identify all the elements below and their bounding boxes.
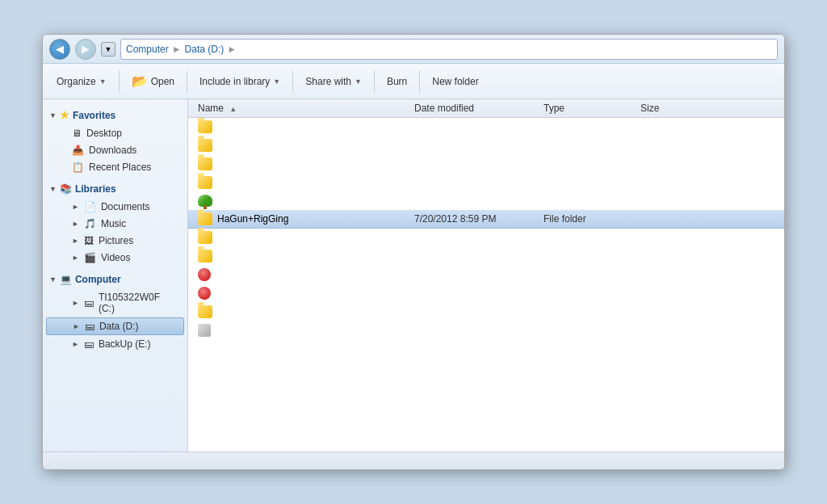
folder-icon bbox=[198, 250, 212, 262]
pictures-arrow: ► bbox=[72, 237, 79, 245]
status-bar bbox=[43, 452, 784, 469]
favorites-section[interactable]: ▼ ★ Favorites bbox=[43, 106, 187, 124]
libraries-label: Libraries bbox=[75, 183, 116, 195]
include-library-button[interactable]: Include in library ▼ bbox=[192, 72, 288, 91]
table-row[interactable] bbox=[188, 118, 784, 136]
folder-icon bbox=[198, 305, 212, 318]
include-library-label: Include in library bbox=[199, 76, 270, 87]
name-sort-arrow: ▲ bbox=[229, 105, 237, 113]
file-name bbox=[188, 250, 414, 262]
sidebar-item-pictures[interactable]: ► 🖼 Pictures bbox=[46, 233, 184, 249]
table-row[interactable] bbox=[188, 192, 784, 210]
drive-c-label: TI105322W0F (C:) bbox=[99, 292, 178, 314]
file-name bbox=[188, 231, 414, 244]
col-type[interactable]: Type bbox=[544, 103, 640, 114]
folder-icon bbox=[198, 212, 212, 225]
hagun-date: 7/20/2012 8:59 PM bbox=[414, 213, 544, 225]
sidebar-item-desktop[interactable]: 🖥 Desktop bbox=[46, 125, 184, 141]
organize-button[interactable]: Organize ▼ bbox=[49, 72, 114, 91]
sidebar-item-downloads[interactable]: 📥 Downloads bbox=[46, 142, 184, 158]
toolbar-sep1 bbox=[119, 70, 120, 93]
table-row[interactable] bbox=[188, 321, 784, 340]
folder-icon bbox=[198, 231, 212, 244]
toolbar-sep5 bbox=[419, 70, 420, 93]
organize-label: Organize bbox=[57, 76, 96, 87]
breadcrumb-sep1: ► bbox=[172, 44, 182, 55]
videos-label: Videos bbox=[101, 252, 130, 263]
computer-section[interactable]: ▼ 💻 Computer bbox=[43, 271, 187, 288]
column-headers: Name ▲ Date modified Type Size bbox=[188, 99, 784, 118]
table-row[interactable]: HaGun+RigGing 7/20/2012 8:59 PM File fol… bbox=[188, 210, 784, 229]
documents-label: Documents bbox=[101, 201, 150, 212]
content-area: Name ▲ Date modified Type Size bbox=[188, 99, 784, 452]
tree-icon bbox=[198, 195, 212, 207]
open-label: Open bbox=[151, 76, 174, 87]
computer-icon: 💻 bbox=[60, 274, 72, 285]
include-library-arrow: ▼ bbox=[273, 78, 280, 86]
file-name bbox=[188, 324, 414, 337]
toolbar-sep4 bbox=[374, 70, 375, 93]
libraries-arrow: ▼ bbox=[49, 185, 57, 193]
drive-e-label: BackUp (E:) bbox=[99, 338, 151, 350]
file-name bbox=[188, 287, 414, 300]
table-row[interactable] bbox=[188, 136, 784, 155]
libraries-section[interactable]: ▼ 📚 Libraries bbox=[43, 180, 187, 198]
breadcrumb-data[interactable]: Data (D:) bbox=[185, 44, 225, 55]
burn-button[interactable]: Burn bbox=[380, 72, 414, 91]
sidebar-item-recent[interactable]: 📋 Recent Places bbox=[46, 159, 184, 175]
file-name bbox=[188, 120, 414, 133]
sidebar-item-drive-c[interactable]: ► 🖴 TI105322W0F (C:) bbox=[46, 289, 184, 317]
table-row[interactable] bbox=[188, 155, 784, 174]
col-size[interactable]: Size bbox=[640, 103, 705, 114]
main-area: ▼ ★ Favorites 🖥 Desktop 📥 Downloads 📋 Re… bbox=[43, 99, 784, 452]
desktop-label: Desktop bbox=[86, 128, 122, 139]
table-row[interactable] bbox=[188, 303, 784, 321]
file-name bbox=[188, 158, 414, 170]
file-name bbox=[188, 305, 414, 318]
favorites-label: Favorites bbox=[73, 110, 115, 121]
col-name[interactable]: Name ▲ bbox=[188, 103, 414, 114]
forward-button[interactable]: ▶ bbox=[75, 39, 96, 60]
computer-label: Computer bbox=[75, 274, 121, 285]
new-folder-label: New folder bbox=[432, 76, 478, 87]
burn-label: Burn bbox=[387, 76, 407, 87]
special-icon bbox=[198, 324, 211, 337]
folder-icon-downloads: 📥 bbox=[72, 145, 84, 156]
dropdown-button[interactable]: ▼ bbox=[101, 42, 115, 57]
breadcrumb: Computer ► Data (D:) ► bbox=[120, 39, 778, 60]
computer-arrow: ▼ bbox=[49, 275, 57, 284]
hdd-e-icon: 🖴 bbox=[84, 338, 94, 350]
back-button[interactable]: ◀ bbox=[49, 39, 70, 60]
drive-d-label: Data (D:) bbox=[99, 321, 139, 332]
table-row[interactable] bbox=[188, 247, 784, 266]
doc-icon: 📄 bbox=[84, 201, 96, 212]
sidebar-item-drive-e[interactable]: ► 🖴 BackUp (E:) bbox=[46, 336, 184, 352]
share-with-button[interactable]: Share with ▼ bbox=[298, 72, 369, 91]
folder-icon-desktop: 🖥 bbox=[72, 128, 82, 139]
downloads-label: Downloads bbox=[89, 145, 136, 156]
file-name bbox=[188, 268, 414, 281]
explorer-window: ◀ ▶ ▼ Computer ► Data (D:) ► Organize ▼ … bbox=[42, 34, 785, 470]
table-row[interactable] bbox=[188, 284, 784, 303]
col-date[interactable]: Date modified bbox=[414, 103, 544, 114]
toolbar-sep2 bbox=[187, 70, 187, 93]
sidebar-item-drive-d[interactable]: ► 🖴 Data (D:) bbox=[46, 317, 184, 335]
table-row[interactable] bbox=[188, 266, 784, 284]
pictures-icon: 🖼 bbox=[84, 235, 94, 246]
sidebar-item-music[interactable]: ► 🎵 Music bbox=[46, 216, 184, 232]
breadcrumb-computer[interactable]: Computer bbox=[126, 44, 169, 55]
table-row[interactable] bbox=[188, 174, 784, 192]
sidebar-item-documents[interactable]: ► 📄 Documents bbox=[46, 199, 184, 215]
table-row[interactable] bbox=[188, 229, 784, 247]
hagun-name: HaGun+RigGing bbox=[217, 213, 288, 225]
music-label: Music bbox=[101, 218, 126, 229]
organize-arrow: ▼ bbox=[99, 78, 107, 86]
sidebar-item-videos[interactable]: ► 🎬 Videos bbox=[46, 250, 184, 266]
file-list: HaGun+RigGing 7/20/2012 8:59 PM File fol… bbox=[188, 118, 784, 452]
e-arrow: ► bbox=[72, 340, 79, 348]
music-arrow: ► bbox=[72, 220, 79, 228]
music-icon: 🎵 bbox=[84, 218, 96, 229]
new-folder-button[interactable]: New folder bbox=[425, 72, 485, 91]
open-button[interactable]: 📂 Open bbox=[124, 69, 182, 93]
breadcrumb-sep2: ► bbox=[227, 44, 237, 55]
